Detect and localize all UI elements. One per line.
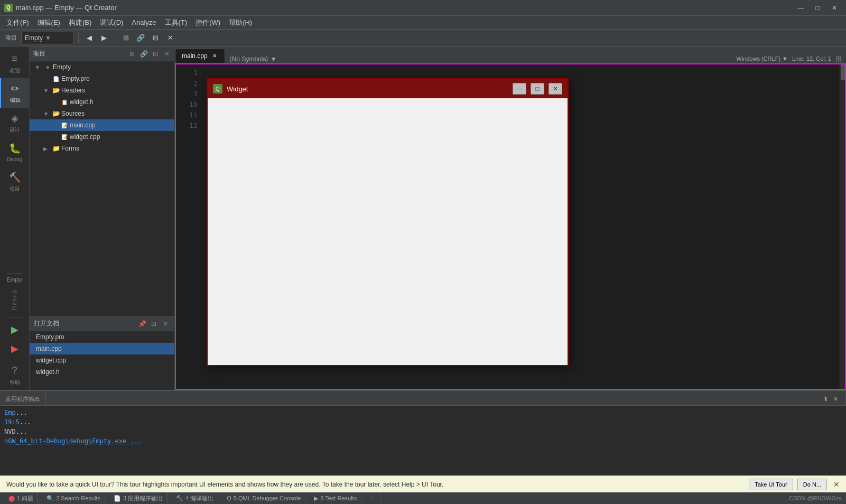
editor-status: Windows (CRLF) ▼ Line: 12, Col: 1 ⊞ (732, 54, 846, 63)
cpp-file-icon: 📝 (60, 121, 69, 129)
project-tree: ▼ ● Empty 📄 Empty.pro ▼ 📂 Headers (30, 61, 175, 316)
tab-main-cpp[interactable]: main.cpp ✕ (175, 48, 225, 63)
rail-edit[interactable]: ✏ 编辑 (0, 78, 30, 108)
tree-label-headers: Headers (61, 87, 85, 94)
tab-symbols: ⟨No Symbols⟩ ▼ (225, 55, 281, 63)
take-tour-button[interactable]: Take UI Tour (749, 479, 793, 490)
menu-edit[interactable]: 编辑(E) (33, 17, 64, 29)
menu-controls[interactable]: 控件(W) (191, 17, 225, 29)
rail-design[interactable]: ◈ 设计 (0, 108, 30, 137)
tree-label-forms: Forms (61, 145, 79, 152)
open-doc-widget-h[interactable]: widget.h (30, 366, 174, 378)
rail-design-label: 设计 (10, 126, 20, 134)
debug-exe-link[interactable]: nGW_64_bit-Debug\debug\Empty.exe ... (4, 437, 142, 445)
widget-window[interactable]: Q Widget — □ ✕ (207, 78, 569, 366)
arrow-icon: ▶ (43, 146, 51, 152)
symbols-dropdown[interactable]: ⟨No Symbols⟩ ▼ (229, 55, 277, 63)
bstatus-test-results[interactable]: ▶ 8 Test Results (310, 492, 361, 504)
project-file-icon: ● (43, 63, 52, 71)
menu-build[interactable]: 构建(B) (64, 17, 96, 29)
bottom-close-icon[interactable]: ✕ (831, 396, 840, 403)
split-button[interactable]: ⊟ (149, 32, 162, 44)
search-icon: 🔍 (47, 495, 54, 502)
mode-debug-label: Debug (12, 284, 17, 315)
bottom-status-bar: ⬤ 1 问题 🔍 2 Search Results 📄 3 应用程序输出 🔨 4… (0, 492, 846, 504)
open-docs-close-icon[interactable]: ✕ (161, 319, 170, 329)
widget-close-button[interactable]: ✕ (548, 83, 562, 95)
maximize-button[interactable]: □ (810, 3, 825, 13)
bstatus-problems[interactable]: ⬤ 1 问题 (4, 492, 38, 504)
line-ending-selector[interactable]: Windows (CRLF) ▼ (736, 55, 788, 62)
bstatus-app-output[interactable]: 📄 3 应用程序输出 (109, 492, 168, 504)
open-doc-empty-pro[interactable]: Empty.pro (30, 331, 174, 343)
tree-item-widget-cpp[interactable]: 📝 widget.cpp (30, 131, 174, 143)
nav-back-button[interactable]: ◀ (83, 32, 96, 44)
menu-debug[interactable]: 调试(D) (96, 17, 127, 29)
open-doc-main-cpp[interactable]: main.cpp (30, 343, 174, 354)
debug-icon: 🐛 (8, 142, 21, 155)
output-nvd: NVD (4, 428, 16, 435)
project-selector[interactable]: Empty ▼ (21, 32, 74, 44)
mode-area: Empty Debug (7, 273, 22, 318)
run-debug-button[interactable]: ▶ (5, 339, 24, 358)
fullscreen-icon[interactable]: ⊞ (835, 54, 842, 63)
editor-scrollbar[interactable] (840, 63, 846, 390)
bstatus-more[interactable]: ⋮ (366, 492, 380, 504)
edit-icon: ✏ (9, 82, 22, 95)
build-label: 4 编译输出 (185, 494, 213, 502)
menu-file[interactable]: 文件(F) (2, 17, 33, 29)
filter-icon[interactable]: ⊞ (127, 49, 137, 59)
project-icon: 🔨 (8, 171, 21, 184)
tree-label-widget-h: widget.h (70, 98, 94, 106)
widget-maximize-button[interactable]: □ (531, 83, 544, 95)
menu-tools[interactable]: 工具(T) (161, 17, 192, 29)
do-not-tour-button[interactable]: Do N... (797, 479, 827, 490)
run-buttons: ▶ ▶ (5, 318, 24, 360)
tree-item-empty-root[interactable]: ▼ ● Empty (30, 61, 174, 73)
widget-minimize-button[interactable]: — (513, 83, 526, 95)
tree-item-forms[interactable]: ▶ 📁 Forms (30, 143, 174, 154)
bottom-output: Emp... 19:5... NVD... nGW_64_bit-Debug\d… (0, 406, 846, 475)
close-editor-button[interactable]: ✕ (164, 32, 176, 44)
nav-forward-button[interactable]: ▶ (98, 32, 110, 44)
menu-analyze[interactable]: Analyze (127, 17, 160, 27)
bottom-tab-app-output[interactable]: 应用程序输出 (0, 393, 46, 405)
tree-item-sources[interactable]: ▼ 📂 Sources (30, 108, 174, 119)
tree-label-sources: Sources (61, 110, 85, 117)
tour-close-icon[interactable]: ✕ (833, 480, 840, 489)
problems-icon: ⬤ (8, 495, 15, 502)
dropdown-icon: ▼ (45, 34, 51, 42)
close-button[interactable]: ✕ (827, 3, 842, 13)
open-docs-pin-icon[interactable]: 📌 (137, 319, 147, 329)
bstatus-search[interactable]: 🔍 2 Search Results (42, 492, 105, 504)
rail-welcome[interactable]: ≡ 欢迎 (0, 49, 30, 78)
split-panel-icon[interactable]: ⊟ (151, 49, 160, 59)
scrollbar-thumb[interactable] (841, 64, 846, 80)
tab-close-main-cpp[interactable]: ✕ (211, 52, 218, 60)
title-bar: Q main.cpp — Empty — Qt Creator — □ ✕ (0, 0, 846, 16)
menu-help[interactable]: 帮助(H) (225, 17, 256, 29)
open-docs-split-icon[interactable]: ⊟ (149, 319, 159, 329)
search-label: 2 Search Results (56, 495, 100, 501)
rail-project[interactable]: 🔨 项目 (0, 167, 30, 197)
tree-item-empty-pro[interactable]: 📄 Empty.pro (30, 73, 174, 85)
minimize-button[interactable]: — (793, 3, 808, 13)
open-doc-widget-cpp[interactable]: widget.cpp (30, 354, 174, 366)
bstatus-build-output[interactable]: 🔨 4 编译输出 (172, 492, 218, 504)
tab-main-cpp-label: main.cpp (182, 52, 208, 60)
tree-item-main-cpp[interactable]: 📝 main.cpp (30, 119, 174, 131)
close-panel-icon[interactable]: ✕ (162, 49, 172, 59)
window-controls: — □ ✕ (793, 3, 842, 13)
bottom-expand-icon[interactable]: ⬆ (821, 396, 830, 403)
link-panel-icon[interactable]: 🔗 (139, 49, 148, 59)
filter-button[interactable]: ⊞ (119, 32, 132, 44)
tree-item-headers[interactable]: ▼ 📂 Headers (30, 85, 174, 96)
run-button[interactable]: ▶ (5, 320, 24, 339)
tree-item-widget-h[interactable]: 📋 widget.h (30, 96, 174, 108)
rail-debug[interactable]: 🐛 Debug (0, 137, 30, 167)
bstatus-qml-console[interactable]: Q 5 QML Debugger Console (222, 492, 305, 504)
code-editor[interactable]: 1 2 3 10 11 12 #include "widget.h" #incl… (175, 63, 846, 390)
link-button[interactable]: 🔗 (134, 32, 147, 44)
app-icon: Q (4, 4, 13, 12)
rail-help[interactable]: ? 帮助 (0, 360, 30, 390)
